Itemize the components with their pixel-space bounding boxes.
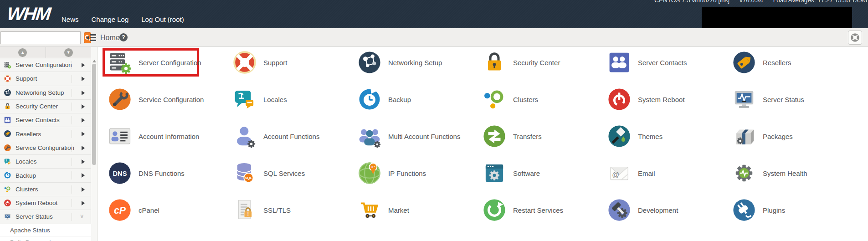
grid-item-plugins[interactable]: Plugins [732, 198, 785, 222]
sidebar-item-label: Server Status [15, 213, 53, 220]
health-icon [732, 161, 756, 185]
grid-item-ssl-tls[interactable]: !SSL/TLS [232, 198, 291, 222]
locales-icon [232, 87, 257, 112]
whm-home-page: WHM NewsChange LogLog Out (root) CENTOS … [0, 0, 868, 241]
sidebar-scrollbar[interactable] [91, 47, 98, 241]
scroll-up-button[interactable]: ▲ [0, 47, 46, 58]
grid-item-label: Resellers [763, 59, 791, 67]
locales-icon [4, 158, 11, 165]
grid-item-multi-account-functions[interactable]: Multi Account Functions [357, 124, 460, 149]
grid-item-packages[interactable]: Packages [732, 124, 793, 149]
scrollbar-thumb[interactable] [92, 64, 96, 165]
chevron-right-icon [82, 77, 85, 81]
grid-item-cpanel[interactable]: cPcPanel [108, 198, 159, 222]
sidebar-subitem-apache-status[interactable]: Apache Status [0, 224, 91, 236]
grid-item-server-configuration[interactable]: Server Configuration [108, 50, 201, 75]
grid-item-service-configuration[interactable]: Service Configuration [108, 87, 204, 112]
resellers-icon [4, 130, 11, 138]
reboot-icon [4, 199, 11, 207]
sql-icon: SQL [232, 161, 257, 185]
cpanel-icon: cP [108, 198, 132, 222]
grid-item-themes[interactable]: Themes [607, 124, 663, 149]
grid-item-email[interactable]: @Email [607, 161, 655, 185]
sidebar-subitem-daily-process-log[interactable]: Daily Process Log [0, 236, 91, 241]
grid-item-ip-functions[interactable]: IPIP Functions [357, 161, 426, 185]
sidebar-item-system-reboot[interactable]: System Reboot [0, 196, 91, 210]
sidebar-item-label: Backup [15, 172, 36, 179]
main-content: Server ConfigurationSupportNetworking Se… [98, 47, 868, 241]
svg-text:SQL: SQL [245, 176, 252, 180]
scroll-down-button[interactable]: ▼ [46, 47, 92, 58]
top-navbar: WHM NewsChange LogLog Out (root) CENTOS … [0, 0, 868, 28]
sidebar-item-backup[interactable]: Backup [0, 169, 91, 182]
chevron-right-icon [82, 118, 85, 123]
restart-icon [482, 198, 507, 222]
menu-item-news[interactable]: News [62, 15, 79, 23]
network-icon [4, 89, 11, 97]
sidebar-subitems: Apache StatusDaily Process Log [0, 224, 91, 241]
grid-item-server-contacts[interactable]: Server Contacts [607, 50, 687, 75]
sidebar-item-security-center[interactable]: Security Center [0, 100, 91, 113]
grid-item-resellers[interactable]: Resellers [732, 50, 791, 75]
grid-item-label: SQL Services [263, 169, 305, 177]
ip-icon: IP [357, 161, 382, 185]
grid-item-account-functions[interactable]: Account Functions [232, 124, 319, 149]
support-button[interactable] [848, 31, 862, 45]
grid-item-system-health[interactable]: System Health [732, 161, 807, 185]
sidebar-item-server-configuration[interactable]: Server Configuration [0, 58, 91, 72]
clusters-icon [4, 185, 11, 193]
grid-item-software[interactable]: Software [482, 161, 540, 185]
os-label: CENTOS 7.5 virtuozzo [ins] [654, 0, 729, 4]
grid-item-label: Clusters [513, 96, 538, 103]
grid-item-label: Service Configuration [139, 96, 204, 103]
resellers-icon [732, 50, 756, 75]
market-icon [357, 198, 382, 222]
security-icon [482, 50, 507, 75]
sidebar-item-label: Service Configuration [15, 144, 74, 151]
whm-logo[interactable]: WHM [6, 4, 51, 24]
grid-item-restart-services[interactable]: Restart Services [482, 198, 563, 222]
chevron-down-icon: ∨ [80, 213, 84, 220]
grid-item-sql-services[interactable]: SQLSQL Services [232, 161, 305, 185]
support-icon [232, 50, 257, 75]
sidebar-item-support[interactable]: Support [0, 72, 91, 86]
grid-item-locales[interactable]: Locales [232, 87, 287, 112]
help-icon[interactable]: ? [119, 33, 128, 41]
grid-item-label: Packages [763, 133, 793, 140]
menu-item-log-out-root[interactable]: Log Out (root) [141, 15, 184, 23]
scrollbar-up-arrow-icon[interactable] [92, 60, 96, 62]
themes-icon [607, 124, 632, 149]
grid-item-label: Multi Account Functions [388, 133, 460, 140]
grid-item-support[interactable]: Support [232, 50, 288, 75]
grid-item-system-reboot[interactable]: System Reboot [607, 87, 685, 112]
grid-item-server-status[interactable]: Server Status [732, 87, 804, 112]
collapse-sidebar-icon[interactable] [86, 34, 97, 41]
sidebar-item-service-configuration[interactable]: Service Configuration [0, 141, 91, 155]
sidebar-item-networking-setup[interactable]: Networking Setup [0, 86, 91, 100]
grid-item-transfers[interactable]: Transfers [482, 124, 542, 149]
chevron-right-icon [82, 173, 85, 178]
grid-item-label: Backup [388, 96, 411, 103]
sidebar-item-server-contacts[interactable]: Server Contacts [0, 113, 91, 127]
service-config-icon [4, 144, 11, 152]
sidebar-nav-list: Server ConfigurationSupportNetworking Se… [0, 58, 91, 224]
grid-item-networking-setup[interactable]: Networking Setup [357, 50, 442, 75]
grid-item-development[interactable]: Development [607, 198, 678, 222]
grid-item-label: Account Information [139, 133, 199, 140]
contacts-icon [607, 50, 632, 75]
grid-item-backup[interactable]: Backup [357, 87, 411, 112]
sidebar-item-server-status[interactable]: Server Status∨ [0, 210, 91, 224]
sidebar-item-clusters[interactable]: Clusters [0, 183, 91, 196]
grid-item-market[interactable]: Market [357, 198, 409, 222]
chevron-right-icon [82, 63, 85, 67]
sidebar-item-locales[interactable]: Locales [0, 155, 91, 169]
grid-item-account-information[interactable]: Account Information [108, 124, 199, 149]
grid-item-dns-functions[interactable]: DNSDNS Functions [108, 161, 185, 185]
search-input[interactable] [1, 32, 84, 44]
chevron-right-icon [82, 201, 85, 205]
grid-item-label: Account Functions [263, 133, 319, 140]
menu-item-change-log[interactable]: Change Log [92, 15, 129, 23]
sidebar-item-resellers[interactable]: Resellers [0, 127, 91, 141]
grid-item-security-center[interactable]: Security Center [482, 50, 560, 75]
grid-item-clusters[interactable]: Clusters [482, 87, 538, 112]
